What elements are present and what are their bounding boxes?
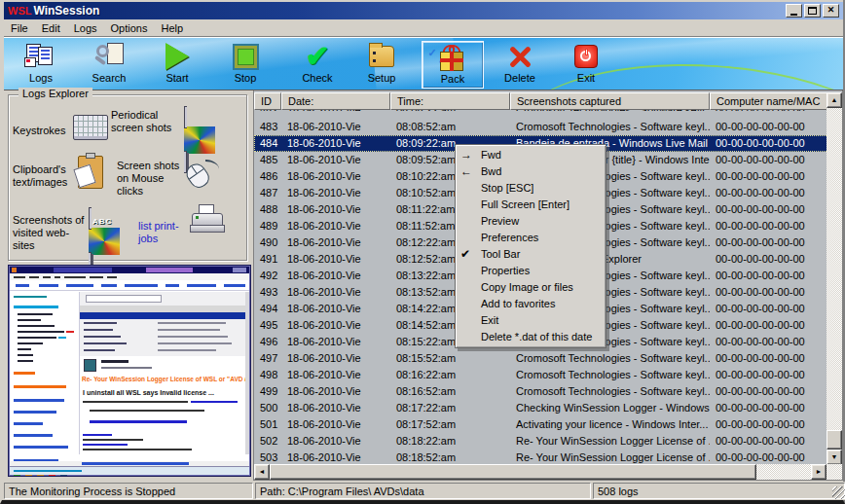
cell-date: 18-06-2010-Vie [281,185,390,201]
arrow-icon: → [460,148,478,162]
cell-time: 08:17:22:am [390,400,510,416]
resize-grip[interactable] [832,486,845,499]
clipboard-icon[interactable] [78,156,103,189]
cell-id: 495 [254,317,281,334]
check-button[interactable]: ✔ Check [286,41,349,89]
menu-help[interactable]: Help [154,20,190,36]
table-row[interactable]: 50018-06-2010-Vie08:17:22:amChecking Win… [254,400,828,416]
cell-id: 484 [254,135,281,152]
mouse-icon[interactable] [184,160,219,189]
context-menu-item-preferences[interactable]: Preferences [456,230,606,246]
minimize-button[interactable] [786,4,802,18]
context-menu-item-fwd[interactable]: →Fwd [456,147,606,163]
maximize-button[interactable] [804,4,821,18]
horizontal-scroll-thumb[interactable] [270,464,756,480]
table-horizontal-scrollbar[interactable]: ◄ ► [254,464,842,480]
cell-date: 18-06-2010-Vie [281,251,390,268]
cell-date: 18-06-2010-Vie [281,152,390,168]
keystrokes-label: Keystrokes [13,125,71,137]
context-menu-item-delete-dat-of-this-date[interactable]: Delete *.dat of this date [456,329,606,345]
thumb-headline: I uninstall all WSL says Invalid license… [83,389,214,396]
setup-button[interactable]: ✓✓ Setup [350,41,413,89]
scroll-right-button[interactable]: ► [811,464,827,480]
cell-date: 18-06-2010-Vie [281,450,390,465]
column-header-id[interactable]: ID [254,92,281,110]
context-menu-item-bwd[interactable]: ←Bwd [456,163,606,180]
cell-mac: 00-00-00-00-00-00 [710,317,828,334]
stop-icon [214,41,276,72]
screenshot-preview[interactable]: Re- Your WinSession Logger License of WS… [8,265,251,477]
cell-time: 08:17:52:am [390,416,510,433]
column-header-time[interactable]: Time: [390,92,510,110]
table-row[interactable]: 50218-06-2010-Vie08:18:22:amRe- Your Win… [254,433,828,450]
column-header-screenshots[interactable]: Screenshots captured [510,92,710,110]
table-row[interactable]: 48218-06-2010-Vie08:08:22:amCromosoft Te… [254,110,828,119]
cell-mac: 00-00-00-00-00-00 [710,367,828,383]
menu-item-label: Tool Bar [481,248,520,260]
context-menu-item-preview[interactable]: Preview [456,213,606,230]
cell-mac: 00-00-00-00-00-00 [710,400,828,416]
app-logo-icon: WSL [8,5,31,17]
app-window: WSL WinSession ✕ File Edit Logs Options … [0,0,845,504]
scroll-left-button[interactable]: ◄ [254,464,270,480]
cell-screenshots: Cromosoft Technologies - Software keyl..… [510,119,710,135]
table-vertical-scrollbar[interactable]: ▲ ▼ [827,92,842,465]
menu-options[interactable]: Options [104,20,155,36]
context-menu-item-exit[interactable]: Exit [456,312,606,329]
cell-screenshots: Re- Your WinSession Logger License of ..… [510,433,710,450]
menu-edit[interactable]: Edit [35,20,67,36]
table-header: ID Date: Time: Screenshots captured Comp… [254,92,828,110]
context-menu-item-stop-esc[interactable]: Stop [ESC] [456,180,606,197]
screenshot-monitor-icon[interactable] [184,109,215,136]
cell-date: 18-06-2010-Vie [281,110,390,111]
delete-button[interactable]: Delete [489,41,551,89]
visited-websites-label: Screenshots of visited web-sites [13,214,89,252]
logs-button[interactable]: Logs [10,41,72,89]
cell-date: 18-06-2010-Vie [281,168,390,185]
column-header-computer[interactable]: Computer name/MAC [710,92,828,110]
logs-count: 508 logs [593,483,845,499]
printer-icon[interactable] [190,204,227,237]
scroll-down-button[interactable]: ▼ [827,450,842,465]
table-row[interactable]: 49718-06-2010-Vie08:15:52:amCromosoft Te… [254,350,828,367]
thumb-folder-list [10,292,80,454]
keyboard-icon[interactable] [73,115,108,140]
cell-mac: 00-00-00-00-00-00 [710,350,828,367]
search-button[interactable]: Search [78,41,140,89]
menu-item-label: Stop [ESC] [481,182,533,194]
list-print-jobs-link[interactable]: list print-jobs [138,220,195,245]
table-row[interactable]: 48318-06-2010-Vie08:08:52:amCromosoft Te… [254,119,828,135]
cell-mac: 00-00-00-00-00-00 [710,334,828,350]
mouse-clicks-label: Screen shots on Mouse clicks [117,160,185,198]
context-menu-item-properties[interactable]: Properties [456,263,606,279]
toolbar: Logs Search Start Stop ✔ Check ✓✓ Setup [4,38,843,90]
close-button[interactable]: ✕ [823,4,839,18]
context-menu-item-full-screen-enter[interactable]: Full Screen [Enter] [456,197,606,213]
table-row[interactable]: 50318-06-2010-Vie08:18:52:amRe- Your Win… [254,450,828,465]
table-row[interactable]: 49818-06-2010-Vie08:16:22:amCromosoft Te… [254,367,828,383]
cell-id: 496 [254,334,281,350]
cell-mac: 00-00-00-00-00-00 [710,201,828,218]
context-menu-item-add-to-favorites[interactable]: Add to favorites [456,296,606,312]
exit-button[interactable]: Exit [555,41,617,89]
context-menu-item-tool-bar[interactable]: ✔Tool Bar [456,246,606,263]
context-menu-item-copy-image-or-files[interactable]: Copy Image or files [456,279,606,296]
menu-file[interactable]: File [4,20,35,36]
cell-mac: 00-00-00-00-00-00 [710,218,828,234]
vertical-scroll-thumb[interactable] [827,430,842,450]
column-header-date[interactable]: Date: [281,92,390,110]
table-row[interactable]: 49918-06-2010-Vie08:16:52:amCromosoft Te… [254,383,828,400]
pack-button[interactable]: Pack [422,41,484,89]
start-button[interactable]: Start [146,41,208,89]
cell-date: 18-06-2010-Vie [281,268,390,284]
context-menu: →Fwd←BwdStop [ESC]Full Screen [Enter]Pre… [455,144,606,348]
scroll-up-button[interactable]: ▲ [827,92,842,108]
cell-id: 500 [254,400,281,416]
menu-logs[interactable]: Logs [67,20,104,36]
cell-id: 493 [254,284,281,301]
table-row[interactable]: 50118-06-2010-Vie08:17:52:amActivating y… [254,416,828,433]
monitoring-status: The Monitoring Process is Stopped [4,483,253,499]
web-monitor-icon[interactable]: ABC [89,210,120,237]
cell-screenshots: Cromosoft Technologies - Software keyl..… [510,383,710,400]
stop-button[interactable]: Stop [214,41,276,89]
